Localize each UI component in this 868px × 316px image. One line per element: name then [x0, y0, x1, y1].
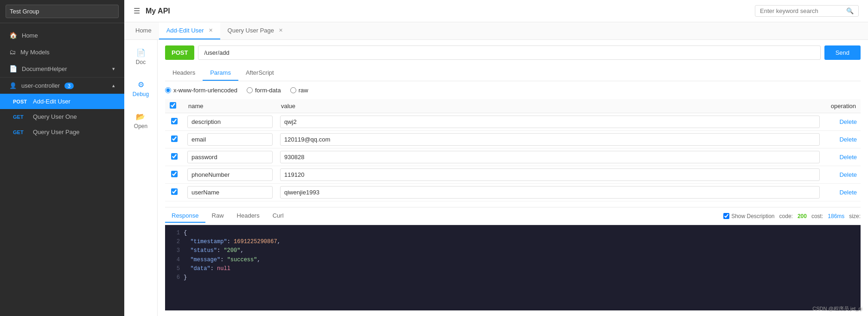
delete-param-3[interactable]: Delete [839, 171, 857, 178]
param-name-0[interactable] [187, 116, 273, 128]
topbar: ☰ My API 🔍 [124, 0, 868, 22]
delete-param-4[interactable]: Delete [839, 189, 857, 196]
table-row: Delete [165, 184, 861, 201]
body-type-selector: x-www-form-urlencoded form-data raw [165, 87, 861, 94]
response-line: 3 "status": "200", [171, 246, 855, 255]
col-value: value [276, 99, 823, 113]
param-value-4[interactable] [280, 186, 820, 199]
sidebar-item-document-helper[interactable]: 📄 DocumentHelper ▾ [0, 60, 124, 77]
hamburger-icon[interactable]: ☰ [134, 6, 140, 15]
panel-doc[interactable]: 📄 Doc [133, 45, 148, 68]
tab-query-user-page[interactable]: Query User Page ✕ [220, 22, 290, 39]
param-checkbox-4[interactable] [171, 188, 178, 195]
method-label-get-1: GET [13, 114, 29, 120]
main-content: POST Send Headers Params AfterScript x-w… [158, 40, 868, 316]
response-section: Response Raw Headers Curl Show Descripti… [165, 207, 861, 310]
panel-open[interactable]: 📂 Open [131, 110, 150, 132]
param-checkbox-0[interactable] [171, 118, 178, 124]
response-tabs: Response Raw Headers Curl [165, 209, 290, 223]
param-checkbox-1[interactable] [171, 135, 178, 142]
open-icon: 📂 [136, 112, 145, 121]
response-tab-raw[interactable]: Raw [205, 209, 230, 223]
col-operation: operation [823, 99, 861, 113]
response-tab-curl[interactable]: Curl [266, 209, 290, 223]
radio-raw[interactable]: raw [290, 87, 308, 94]
group-dropdown[interactable]: Test Group [6, 5, 119, 18]
close-tab-2-icon[interactable]: ✕ [279, 27, 283, 33]
response-line: 2 "timestamp": 1691225290867, [171, 238, 855, 246]
response-tabs-bar: Response Raw Headers Curl Show Descripti… [165, 207, 861, 225]
app-title: My API [146, 7, 170, 15]
close-tab-icon[interactable]: ✕ [209, 27, 213, 33]
doc-helper-icon: 📄 [9, 65, 17, 72]
radio-urlencoded[interactable]: x-www-form-urlencoded [165, 87, 237, 94]
user-controller-header[interactable]: 👤 user-controller 3 ▴ [0, 77, 124, 94]
method-button[interactable]: POST [165, 45, 194, 60]
radio-form-data[interactable]: form-data [247, 87, 281, 94]
method-label-post: POST [13, 99, 29, 104]
home-icon: 🏠 [9, 32, 17, 39]
method-label-get-2: GET [13, 129, 29, 135]
sub-tab-afterscript[interactable]: AfterScript [238, 65, 281, 81]
tab-home[interactable]: Home [128, 22, 159, 39]
params-table: name value operation Delete Delete Delet… [165, 99, 861, 201]
sidebar-api-add-edit-user[interactable]: POST Add-Edit User [0, 94, 124, 109]
param-checkbox-2[interactable] [171, 153, 178, 160]
group-selector[interactable]: Test Group [0, 0, 124, 23]
main-panel: ☰ My API 🔍 Home Add-Edit User ✕ Query Us… [124, 0, 868, 316]
table-row: Delete [165, 166, 861, 184]
url-bar: POST Send [165, 45, 861, 60]
param-value-0[interactable] [280, 116, 820, 128]
delete-param-2[interactable]: Delete [839, 154, 857, 161]
size-label: size: [849, 213, 861, 219]
content-area: 📄 Doc ⚙ Debug 📂 Open POST Send Headers [124, 40, 868, 316]
show-desc-checkbox[interactable] [723, 213, 729, 219]
select-all-checkbox[interactable] [170, 102, 176, 109]
param-name-3[interactable] [187, 168, 273, 181]
response-tab-headers[interactable]: Headers [230, 209, 266, 223]
response-tab-response[interactable]: Response [165, 209, 205, 223]
response-line: 6} [171, 273, 855, 282]
send-button[interactable]: Send [824, 45, 861, 60]
response-line: 1{ [171, 229, 855, 238]
col-name: name [184, 99, 276, 113]
table-row: Delete [165, 113, 861, 131]
delete-param-1[interactable]: Delete [839, 136, 857, 143]
user-controller-section: 👤 user-controller 3 ▴ POST Add-Edit User… [0, 77, 124, 140]
param-value-1[interactable] [280, 133, 820, 146]
watermark: CSDN @程序员 jet_qi [812, 305, 862, 312]
sub-tab-headers[interactable]: Headers [165, 65, 203, 81]
search-input[interactable] [760, 7, 843, 14]
sub-tab-params[interactable]: Params [203, 65, 238, 81]
sidebar-item-my-models[interactable]: 🗂 My Models [0, 44, 124, 60]
panel-debug[interactable]: ⚙ Debug [130, 77, 152, 100]
param-checkbox-3[interactable] [171, 171, 178, 177]
sidebar-api-query-user-one[interactable]: GET Query User One [0, 109, 124, 124]
delete-param-0[interactable]: Delete [839, 118, 857, 125]
sidebar-api-query-user-page[interactable]: GET Query User Page [0, 124, 124, 140]
param-name-1[interactable] [187, 133, 273, 146]
controller-icon: 👤 [9, 82, 17, 89]
response-line: 4 "message": "success", [171, 256, 855, 264]
sidebar-nav: 🏠 Home 🗂 My Models 📄 DocumentHelper ▾ 👤 … [0, 23, 124, 316]
response-line: 5 "data": null [171, 264, 855, 273]
response-body: 1{2 "timestamp": 1691225290867,3 "status… [165, 225, 861, 310]
show-description-toggle[interactable]: Show Description [723, 213, 774, 219]
param-value-3[interactable] [280, 168, 820, 181]
sidebar: Test Group 🏠 Home 🗂 My Models 📄 Document… [0, 0, 124, 316]
status-code: 200 [798, 213, 807, 219]
param-name-2[interactable] [187, 151, 273, 163]
doc-icon: 📄 [136, 48, 146, 57]
api-count-badge: 3 [64, 83, 74, 89]
url-input[interactable] [198, 45, 820, 60]
tab-add-edit-user[interactable]: Add-Edit User ✕ [159, 22, 220, 39]
chevron-down-icon: ▾ [112, 66, 115, 72]
chevron-up-icon: ▴ [112, 83, 115, 89]
param-name-4[interactable] [187, 186, 273, 199]
sidebar-item-home[interactable]: 🏠 Home [0, 27, 124, 44]
left-panel: 📄 Doc ⚙ Debug 📂 Open [124, 40, 158, 316]
param-value-2[interactable] [280, 151, 820, 163]
col-checkbox [165, 99, 184, 113]
search-bar[interactable]: 🔍 [755, 5, 859, 17]
table-row: Delete [165, 148, 861, 166]
